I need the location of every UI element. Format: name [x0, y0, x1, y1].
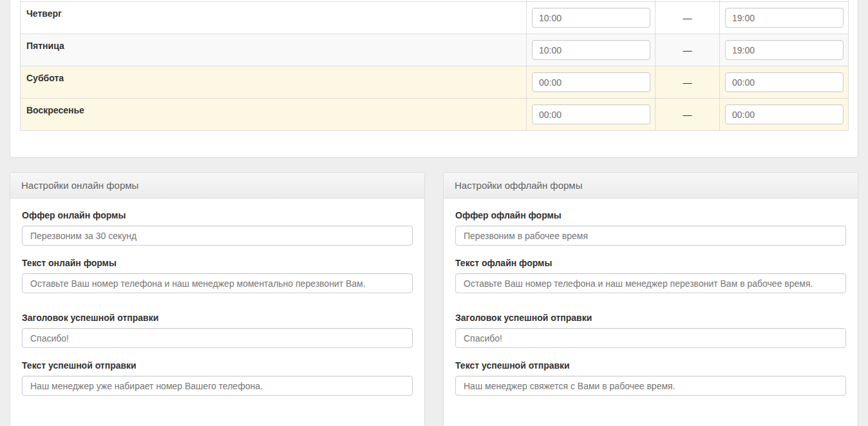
- time-to-input[interactable]: [725, 72, 844, 92]
- online-success-title-input[interactable]: [22, 328, 413, 348]
- offline-success-text-group: Текст успешной отправки: [455, 360, 846, 396]
- time-from-input[interactable]: [532, 40, 650, 60]
- online-text-group: Текст онлайн формы: [22, 258, 413, 293]
- offline-offer-group: Оффер офлайн формы: [455, 210, 846, 246]
- offline-form-settings-panel: Настройки оффлайн формы Оффер офлайн фор…: [443, 172, 858, 426]
- schedule-panel: Четверг — Пятница — Суббота — Воскресень…: [10, 0, 858, 158]
- time-range-dash: —: [656, 2, 720, 34]
- online-success-text-input[interactable]: [22, 376, 413, 396]
- offline-text-input[interactable]: [455, 273, 846, 293]
- schedule-row-thursday: Четверг —: [21, 2, 849, 34]
- day-label: Суббота: [21, 66, 527, 99]
- time-range-dash: —: [656, 66, 720, 99]
- online-offer-label: Оффер онлайн формы: [22, 210, 413, 220]
- offline-success-text-input[interactable]: [455, 376, 846, 396]
- online-form-settings-panel: Настройки онлайн формы Оффер онлайн форм…: [10, 172, 425, 426]
- offline-success-title-group: Заголовок успешной отправки: [455, 313, 846, 348]
- time-from-input[interactable]: [532, 104, 650, 124]
- offline-success-title-label: Заголовок успешной отправки: [455, 313, 846, 323]
- panel-title: Настройки оффлайн формы: [444, 173, 858, 198]
- day-label: Четверг: [21, 2, 527, 34]
- online-text-label: Текст онлайн формы: [22, 258, 413, 268]
- offline-success-title-input[interactable]: [455, 328, 846, 348]
- schedule-row-sunday: Воскресенье —: [21, 99, 849, 131]
- working-hours-table: Четверг — Пятница — Суббота — Воскресень…: [20, 0, 849, 131]
- time-from-input[interactable]: [532, 8, 650, 28]
- online-success-text-label: Текст успешной отправки: [22, 360, 413, 371]
- time-to-input[interactable]: [725, 8, 844, 28]
- online-success-title-group: Заголовок успешной отправки: [22, 313, 413, 348]
- online-success-text-group: Текст успешной отправки: [22, 360, 413, 396]
- online-offer-input[interactable]: [22, 226, 413, 246]
- online-form-settings-body: Оффер онлайн формы Текст онлайн формы За…: [10, 198, 424, 420]
- offline-offer-input[interactable]: [455, 226, 846, 246]
- online-offer-group: Оффер онлайн формы: [22, 210, 413, 246]
- time-range-dash: —: [656, 99, 720, 131]
- time-from-input[interactable]: [532, 72, 650, 92]
- schedule-row-saturday: Суббота —: [21, 66, 849, 99]
- online-success-title-label: Заголовок успешной отправки: [22, 313, 413, 323]
- day-label: Пятница: [21, 34, 527, 66]
- panel-title: Настройки онлайн формы: [10, 173, 424, 198]
- time-to-input[interactable]: [725, 40, 844, 60]
- offline-text-label: Текст офлайн формы: [455, 258, 846, 268]
- day-label: Воскресенье: [21, 99, 527, 131]
- offline-form-settings-body: Оффер офлайн формы Текст офлайн формы За…: [444, 198, 858, 420]
- schedule-row-friday: Пятница —: [21, 34, 849, 66]
- offline-text-group: Текст офлайн формы: [455, 258, 846, 293]
- offline-offer-label: Оффер офлайн формы: [455, 210, 846, 220]
- time-to-input[interactable]: [725, 104, 844, 124]
- time-range-dash: —: [656, 34, 720, 66]
- offline-success-text-label: Текст успешной отправки: [455, 360, 846, 371]
- online-text-input[interactable]: [22, 273, 413, 293]
